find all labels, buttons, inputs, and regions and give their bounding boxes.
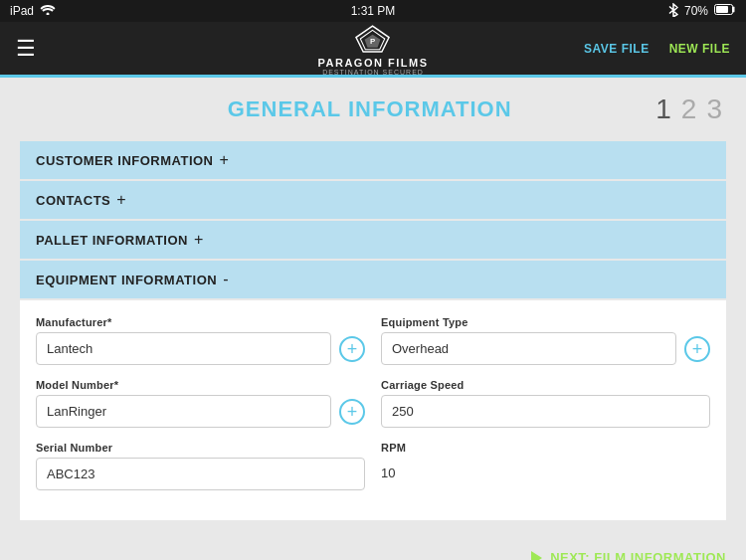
contacts-section[interactable]: CONTACTS + [20, 181, 726, 219]
serial-number-group: Serial Number [36, 442, 365, 490]
wifi-icon [40, 4, 56, 18]
rpm-label: RPM [381, 442, 710, 454]
equipment-type-input[interactable] [381, 332, 676, 365]
battery-icon [714, 4, 736, 18]
carriage-speed-group: Carriage Speed [381, 379, 710, 428]
equipment-type-add-button[interactable]: + [684, 336, 710, 362]
carriage-speed-label: Carriage Speed [381, 379, 710, 391]
equipment-type-input-row: + [381, 332, 710, 365]
equipment-form-row-2: Model Number* + Carriage Speed [36, 379, 710, 428]
page-title: GENERAL INFORMATION [84, 96, 655, 122]
equipment-type-group: Equipment Type + [381, 316, 710, 365]
svg-point-0 [47, 13, 50, 16]
model-number-label: Model Number* [36, 379, 365, 391]
nav-right: SAVE FILE NEW FILE [584, 42, 730, 56]
page-header: GENERAL INFORMATION 1 2 3 [20, 93, 726, 125]
step-1: 1 [655, 93, 671, 125]
carriage-speed-input[interactable] [381, 395, 710, 428]
rpm-group: RPM 10 [381, 442, 710, 488]
pallet-information-section[interactable]: PALLET INFORMATION + [20, 221, 726, 259]
top-nav: ☰ P PARAGON FILMS DESTINATION SECURED SA… [0, 22, 746, 78]
page-content: GENERAL INFORMATION 1 2 3 CUSTOMER INFOR… [0, 78, 746, 538]
contacts-toggle: + [116, 191, 126, 209]
status-bar: iPad 1:31 PM 70% [0, 0, 746, 22]
pallet-toggle: + [194, 231, 204, 249]
manufacturer-input[interactable] [36, 332, 331, 365]
model-number-input-row: + [36, 395, 365, 428]
next-area: NEXT: FILM INFORMATION [0, 538, 746, 560]
customer-information-label: CUSTOMER INFORMATION [36, 153, 214, 168]
step-2: 2 [681, 93, 697, 125]
carriage-speed-input-row [381, 395, 710, 428]
nav-left: ☰ [16, 36, 36, 62]
logo-name: PARAGON FILMS [318, 58, 429, 69]
page-steps: 1 2 3 [655, 93, 722, 125]
serial-number-label: Serial Number [36, 442, 365, 454]
equipment-information-section[interactable]: EQUIPMENT INFORMATION - [20, 261, 726, 298]
rpm-value: 10 [381, 458, 395, 488]
manufacturer-group: Manufacturer* + [36, 316, 365, 365]
svg-text:P: P [370, 37, 375, 46]
equipment-toggle: - [223, 271, 229, 288]
model-number-group: Model Number* + [36, 379, 365, 428]
svg-rect-2 [716, 6, 728, 13]
pallet-information-label: PALLET INFORMATION [36, 233, 188, 248]
next-button-label: NEXT: FILM INFORMATION [550, 550, 726, 560]
next-button[interactable]: NEXT: FILM INFORMATION [531, 550, 726, 560]
customer-information-section[interactable]: CUSTOMER INFORMATION + [20, 141, 726, 179]
equipment-form-row-1: Manufacturer* + Equipment Type + [36, 316, 710, 365]
status-time: 1:31 PM [351, 4, 396, 18]
manufacturer-label: Manufacturer* [36, 316, 365, 328]
serial-number-input-row [36, 458, 365, 490]
equipment-form-row-3: Serial Number RPM 10 [36, 442, 710, 490]
customer-toggle: + [220, 151, 230, 169]
nav-logo: P PARAGON FILMS DESTINATION SECURED [318, 21, 429, 76]
serial-number-input[interactable] [36, 458, 365, 490]
manufacturer-input-row: + [36, 332, 365, 365]
step-3: 3 [706, 93, 722, 125]
battery-percentage: 70% [684, 4, 708, 18]
equipment-information-label: EQUIPMENT INFORMATION [36, 273, 217, 287]
equipment-form: Manufacturer* + Equipment Type + Model N… [20, 300, 726, 520]
save-file-button[interactable]: SAVE FILE [584, 42, 650, 56]
logo-sub: DESTINATION SECURED [322, 69, 424, 76]
new-file-button[interactable]: NEW FILE [669, 42, 730, 56]
bluetooth-icon [668, 3, 678, 20]
status-bar-right: 70% [668, 3, 736, 20]
manufacturer-add-button[interactable]: + [339, 336, 365, 362]
model-number-add-button[interactable]: + [339, 399, 365, 425]
contacts-label: CONTACTS [36, 193, 110, 208]
model-number-input[interactable] [36, 395, 331, 428]
hamburger-menu[interactable]: ☰ [16, 36, 36, 62]
equipment-type-label: Equipment Type [381, 316, 710, 328]
rpm-input-row: 10 [381, 458, 710, 488]
next-triangle-icon [531, 551, 542, 561]
ipad-label: iPad [10, 4, 34, 18]
status-bar-left: iPad [10, 4, 56, 18]
